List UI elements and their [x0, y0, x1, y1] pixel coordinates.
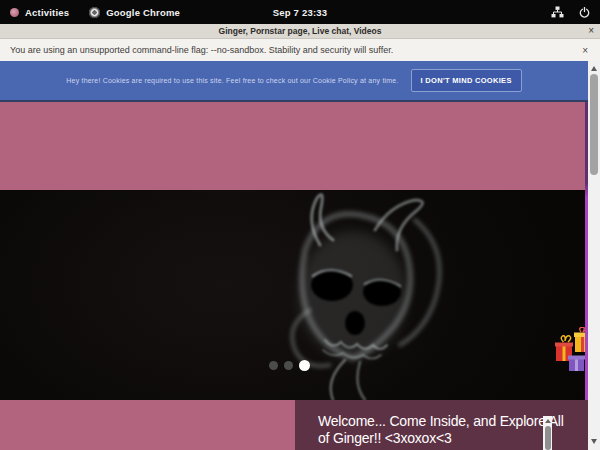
activities-button[interactable]: Activities	[10, 7, 69, 18]
welcome-scrollbar[interactable]	[543, 416, 552, 450]
carousel-dot[interactable]	[284, 361, 293, 370]
app-menu-label: Google Chrome	[106, 7, 180, 18]
clock[interactable]: Sep 7 23:33	[273, 7, 327, 18]
gifts-icon[interactable]	[555, 327, 586, 373]
welcome-box: Welcome... Come Inside, and Explore Allo…	[295, 400, 588, 450]
scroll-thumb[interactable]	[590, 74, 598, 175]
page-body: Welcome... Come Inside, and Explore Allo…	[0, 400, 588, 450]
chrome-warning-bar: You are using an unsupported command-lin…	[0, 39, 600, 61]
scroll-up-icon[interactable]	[591, 66, 597, 71]
activities-label: Activities	[25, 7, 69, 18]
power-icon[interactable]	[579, 7, 590, 18]
cookie-message: Hey there! Cookies are required to use t…	[66, 77, 398, 84]
chrome-icon	[89, 7, 100, 18]
site-header: GinGer's Red Hot CamZ LOGIN	[0, 102, 588, 190]
cookie-accept-button[interactable]: I DON'T MIND COOKIES	[411, 69, 522, 92]
hero-carousel	[0, 190, 586, 400]
cookie-banner: Hey there! Cookies are required to use t…	[0, 61, 588, 102]
network-icon[interactable]	[551, 6, 564, 18]
window-titlebar[interactable]: Ginger, Pornstar page, Live chat, Videos…	[0, 24, 600, 39]
app-menu-button[interactable]: Google Chrome	[89, 7, 180, 18]
desktop-screen: Activities Google Chrome Sep 7 23:33	[0, 0, 600, 450]
welcome-scroll-thumb[interactable]	[545, 426, 551, 450]
gnome-top-bar: Activities Google Chrome Sep 7 23:33	[0, 0, 600, 24]
carousel-dot[interactable]	[269, 361, 278, 370]
activities-indicator-icon	[10, 8, 19, 17]
welcome-scroll-up-icon[interactable]	[545, 419, 551, 423]
carousel-dots	[269, 360, 310, 371]
warning-message: You are using an unsupported command-lin…	[10, 45, 393, 55]
window-title: Ginger, Pornstar page, Live chat, Videos	[219, 26, 382, 36]
window-close-icon[interactable]: ×	[588, 24, 594, 38]
carousel-dot[interactable]	[299, 360, 310, 371]
scroll-down-icon[interactable]	[591, 439, 597, 444]
page-scrollbar[interactable]	[588, 61, 600, 450]
warning-close-icon[interactable]: ×	[582, 45, 588, 56]
